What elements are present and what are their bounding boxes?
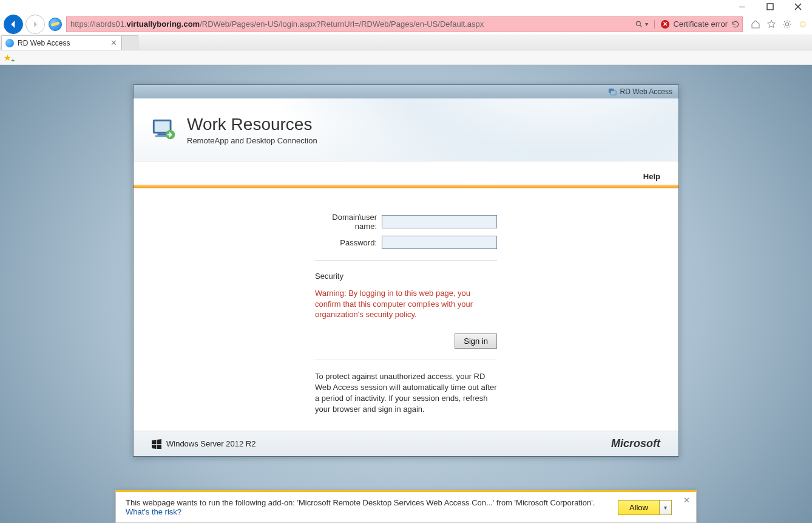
svg-point-2 bbox=[637, 21, 641, 26]
password-input[interactable] bbox=[382, 236, 497, 249]
window-maximize-button[interactable] bbox=[756, 0, 784, 13]
back-button[interactable] bbox=[4, 15, 23, 34]
ie-logo-icon bbox=[49, 18, 62, 31]
tab-close-button[interactable]: ✕ bbox=[110, 38, 117, 47]
cert-error-icon[interactable]: ✕ bbox=[661, 20, 669, 29]
home-icon[interactable] bbox=[750, 19, 761, 30]
addon-notification-bar: This webpage wants to run the following … bbox=[115, 490, 697, 523]
address-bar[interactable]: https://labrds01.virtuallyboring.com/RDW… bbox=[66, 16, 743, 32]
svg-rect-8 bbox=[158, 133, 167, 135]
page-title: Work Resources bbox=[187, 115, 317, 134]
panel-header-label: RD Web Access bbox=[620, 87, 672, 96]
svg-rect-5 bbox=[611, 91, 616, 95]
window-minimize-button[interactable] bbox=[728, 0, 756, 13]
add-favorite-icon[interactable]: ★ bbox=[4, 53, 12, 63]
rdweb-small-icon bbox=[608, 87, 617, 96]
page-favicon-icon bbox=[5, 39, 14, 47]
footer-brand: Microsoft bbox=[611, 437, 660, 450]
rdweb-panel: RD Web Access Work Resources RemoteApp a… bbox=[133, 84, 679, 457]
allow-button[interactable]: Allow bbox=[618, 500, 660, 515]
notification-close-button[interactable]: ✕ bbox=[683, 496, 690, 505]
svg-rect-0 bbox=[739, 7, 745, 7]
footer-product-label: Windows Server 2012 R2 bbox=[166, 439, 255, 448]
help-link[interactable]: Help bbox=[643, 172, 660, 181]
refresh-icon[interactable] bbox=[731, 20, 740, 29]
search-icon[interactable] bbox=[635, 20, 643, 29]
notification-message: This webpage wants to run the following … bbox=[126, 498, 606, 507]
browser-tool-icons: ☺ bbox=[745, 19, 808, 30]
svg-rect-1 bbox=[767, 4, 773, 10]
url-text: https://labrds01.virtuallyboring.com/RDW… bbox=[70, 19, 635, 29]
address-toolbar: https://labrds01.virtuallyboring.com/RDW… bbox=[0, 13, 812, 35]
login-form-area: Domain\user name: Password: Security War… bbox=[134, 188, 678, 431]
new-tab-button[interactable] bbox=[121, 35, 138, 50]
svg-rect-7 bbox=[155, 121, 170, 131]
favorites-bar: ★ bbox=[0, 50, 812, 65]
svg-point-3 bbox=[785, 22, 788, 26]
panel-header: RD Web Access bbox=[134, 85, 678, 98]
tab-active[interactable]: RD Web Access ✕ bbox=[1, 35, 121, 50]
brand-row: Work Resources RemoteApp and Desktop Con… bbox=[134, 98, 678, 162]
windows-logo-icon bbox=[152, 439, 161, 449]
password-label: Password: bbox=[315, 238, 382, 247]
tab-strip: RD Web Access ✕ bbox=[0, 35, 812, 50]
forward-button[interactable] bbox=[25, 15, 45, 34]
timeout-info: To protect against unauthorized access, … bbox=[315, 371, 497, 415]
cert-error-label[interactable]: Certificate error bbox=[673, 19, 728, 29]
window-close-button[interactable] bbox=[784, 0, 812, 13]
window-controls bbox=[728, 0, 812, 13]
page-viewport: RD Web Access Work Resources RemoteApp a… bbox=[0, 65, 812, 523]
tools-gear-icon[interactable] bbox=[782, 19, 793, 30]
panel-footer: Windows Server 2012 R2 Microsoft bbox=[134, 431, 678, 456]
username-input[interactable] bbox=[382, 215, 497, 228]
username-label: Domain\user name: bbox=[315, 213, 382, 231]
risk-link[interactable]: What's the risk? bbox=[126, 507, 181, 516]
tab-title: RD Web Access bbox=[18, 39, 70, 47]
page-subtitle: RemoteApp and Desktop Connection bbox=[187, 136, 317, 145]
security-heading: Security bbox=[315, 272, 497, 281]
signin-button[interactable]: Sign in bbox=[455, 333, 497, 349]
work-resources-icon bbox=[151, 116, 178, 144]
security-warning: Warning: By logging in to this web page,… bbox=[315, 288, 497, 320]
search-dropdown-icon[interactable]: ▾ bbox=[645, 21, 648, 27]
allow-dropdown-button[interactable]: ▾ bbox=[660, 500, 672, 515]
favorites-icon[interactable] bbox=[766, 19, 777, 30]
feedback-smiley-icon[interactable]: ☺ bbox=[797, 19, 808, 30]
